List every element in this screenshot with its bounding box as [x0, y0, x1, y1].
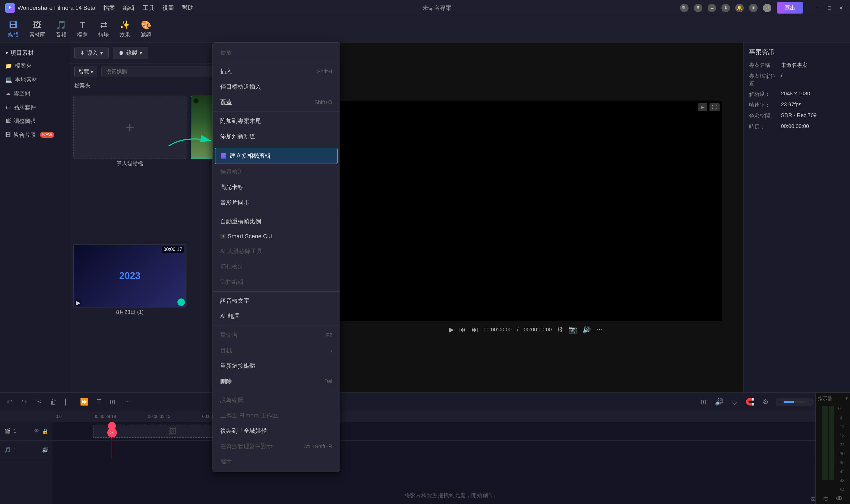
ctx-item-new-track[interactable]: 添加到新軌道: [213, 129, 340, 144]
svg-text:S: S: [222, 234, 224, 238]
ctx-item-beat-detect: 節拍檢測: [213, 259, 340, 274]
ctx-item-beat-edit: 節拍編輯: [213, 274, 340, 290]
ctx-separator-1: [213, 111, 340, 112]
ctx-item-copy-global[interactable]: 複製到「全域媒體」: [213, 423, 340, 439]
ctx-item-preview-clip: 目机 ›: [213, 343, 340, 358]
ctx-item-delete[interactable]: 刪除 Del: [213, 374, 340, 389]
ctx-item-ai-translate[interactable]: AI 翻譯: [213, 309, 340, 324]
ctx-item-smart-scene-cut[interactable]: S Smart Scene Cut: [213, 229, 340, 244]
multicam-icon: [221, 153, 226, 159]
ctx-item-append[interactable]: 附加到專案末尾: [213, 113, 340, 129]
ctx-item-ai-vocal: AI 人聲移除工具: [213, 244, 340, 259]
ctx-separator-6: [213, 391, 340, 391]
ctx-item-play-header: 播放: [213, 45, 340, 60]
context-overlay: 播放 插入 Shift+I 僅目標軌道插入 覆蓋 Shift+O 附加到專案末尾…: [0, 0, 850, 504]
ctx-item-multicam[interactable]: 建立多相機剪輯: [215, 148, 338, 164]
ctx-item-speech-to-text[interactable]: 語音轉文字: [213, 293, 340, 309]
teal-arrow-indicator: [157, 130, 223, 151]
ctx-item-auto-reframe[interactable]: 自動重構幀比例: [213, 214, 340, 229]
context-menu: 播放 插入 Shift+I 僅目標軌道插入 覆蓋 Shift+O 附加到專案末尾…: [213, 42, 340, 472]
ctx-item-highlight[interactable]: 高光卡點: [213, 180, 340, 195]
smart-scene-cut-icon: S: [220, 234, 226, 239]
ctx-separator-0: [213, 62, 340, 62]
ctx-item-overwrite[interactable]: 覆蓋 Shift+O: [213, 94, 340, 110]
ctx-separator-2: [213, 146, 340, 146]
ctx-item-set-thumb: 設為縮圖: [213, 393, 340, 408]
ctx-item-properties: 屬性: [213, 454, 340, 469]
ctx-item-upload: 上傳至 Filmora 工作區: [213, 408, 340, 423]
ctx-separator-3: [213, 212, 340, 212]
ctx-item-av-sync[interactable]: 音影片同步: [213, 195, 340, 210]
ctx-item-insert-target[interactable]: 僅目標軌道插入: [213, 79, 340, 94]
ctx-item-rename: 重命名 F2: [213, 327, 340, 343]
ctx-item-insert[interactable]: 插入 Shift+I: [213, 64, 340, 79]
ctx-item-relink[interactable]: 重新鏈接媒體: [213, 358, 340, 374]
ctx-item-scene-detect: 場景檢測: [213, 164, 340, 180]
ctx-item-show-explorer: 在資源管理器中顯示 Ctrl+Shift+R: [213, 439, 340, 454]
